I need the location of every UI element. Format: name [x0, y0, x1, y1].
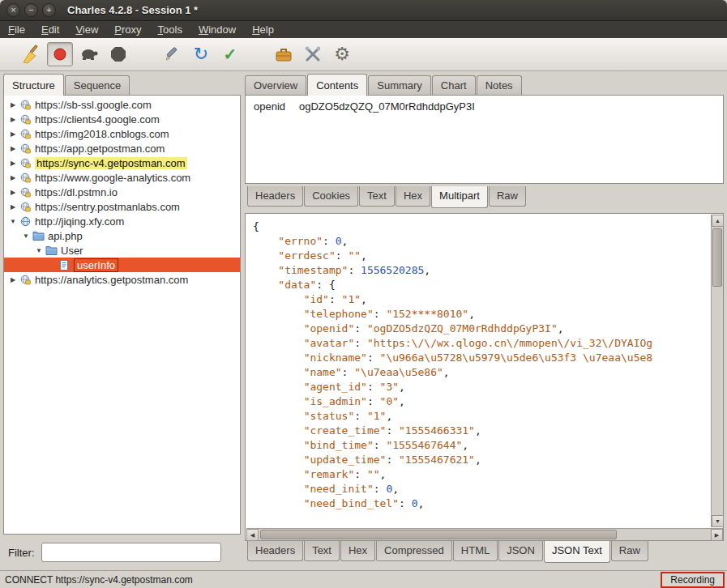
- menu-file[interactable]: File: [0, 22, 33, 37]
- expand-icon[interactable]: ▶: [7, 189, 19, 196]
- vertical-scroll-thumb[interactable]: [712, 228, 722, 287]
- folder-icon: [32, 231, 45, 241]
- request-tab-headers[interactable]: Headers: [247, 186, 303, 207]
- json-line: "is_admin": "0",: [253, 394, 703, 409]
- validate-icon[interactable]: ✓: [217, 42, 243, 66]
- tree-item-label: https://analytics.getpostman.com: [35, 274, 188, 286]
- request-body-view: openidogDZO5dzQZQ_07M0rRdhddpGyP3I: [245, 95, 724, 184]
- tree-item-https-sentry-postmanlabs-com[interactable]: ▶https://sentry.postmanlabs.com: [4, 199, 240, 214]
- content-tab-contents[interactable]: Contents: [307, 74, 367, 96]
- repeat-icon[interactable]: ↻: [188, 42, 214, 66]
- scroll-right-button[interactable]: ▶: [711, 529, 723, 541]
- tree-item-label: api.php: [48, 230, 83, 242]
- collapse-icon[interactable]: ▼: [7, 218, 19, 225]
- expand-icon[interactable]: ▶: [7, 130, 19, 138]
- response-tab-compressed[interactable]: Compressed: [376, 541, 452, 561]
- maximize-button[interactable]: +: [42, 3, 56, 17]
- expand-icon[interactable]: ▶: [7, 116, 19, 123]
- tools-icon[interactable]: [271, 42, 297, 66]
- vertical-scroll-track[interactable]: [712, 227, 723, 515]
- menu-help[interactable]: Help: [244, 22, 282, 37]
- response-tab-html[interactable]: HTML: [453, 541, 498, 561]
- breakpoints-icon[interactable]: [105, 42, 131, 66]
- titlebar: ×−+ Charles 4.2.8 - Session 1 *: [0, 0, 727, 21]
- tree-item-https-sync-v4-getpostman-com[interactable]: ▶https://sync-v4.getpostman.com: [4, 156, 240, 170]
- tree-item-https-img2018-cnblogs-com[interactable]: ▶https://img2018.cnblogs.com: [4, 126, 240, 141]
- arrow-left-icon: ◀: [250, 532, 254, 538]
- menu-window[interactable]: Window: [190, 22, 244, 37]
- throttle-icon[interactable]: [76, 42, 102, 66]
- toolbar-group: ⚙: [271, 42, 358, 66]
- request-tab-cookies[interactable]: Cookies: [304, 186, 358, 207]
- tree-item-userinfo[interactable]: userInfo: [4, 258, 240, 272]
- response-tab-headers[interactable]: Headers: [247, 541, 303, 561]
- sidebar-tab-structure[interactable]: Structure: [3, 74, 64, 96]
- response-tab-json-text[interactable]: JSON Text: [544, 541, 610, 563]
- status-text: CONNECT https://sync-v4.getpostman.com: [5, 574, 193, 586]
- horizontal-scroll-track[interactable]: [259, 529, 711, 540]
- content-tab-overview[interactable]: Overview: [245, 75, 306, 96]
- json-line: "need_bind_tel": 0,: [253, 496, 703, 511]
- menu-tools[interactable]: Tools: [150, 22, 190, 37]
- horizontal-scrollbar[interactable]: ◀ ▶: [246, 528, 723, 540]
- settings-icon[interactable]: ⚙: [329, 42, 355, 66]
- filter-label: Filter:: [8, 547, 35, 559]
- minimize-button[interactable]: −: [24, 3, 38, 17]
- secure-site-icon: [19, 114, 32, 125]
- close-button[interactable]: ×: [6, 3, 20, 17]
- request-tab-raw[interactable]: Raw: [489, 186, 526, 207]
- response-tab-json[interactable]: JSON: [498, 541, 543, 561]
- tree-item-label: https://clients4.google.com: [35, 113, 160, 126]
- tree-item-https-www-google-analytics-com[interactable]: ▶https://www.google-analytics.com: [4, 170, 240, 185]
- secure-site-icon: [19, 158, 32, 168]
- statusbar: CONNECT https://sync-v4.getpostman.com R…: [0, 570, 727, 588]
- response-tab-hex[interactable]: Hex: [340, 541, 375, 561]
- expand-icon[interactable]: ▶: [7, 203, 19, 211]
- content-tab-notes[interactable]: Notes: [477, 75, 522, 96]
- sidebar-tab-sequence[interactable]: Sequence: [65, 75, 130, 96]
- response-tabs: HeadersTextHexCompressedHTMLJSONJSON Tex…: [245, 541, 724, 565]
- expand-icon[interactable]: ▶: [7, 276, 19, 283]
- expand-icon[interactable]: ▶: [7, 145, 19, 152]
- filter-input[interactable]: [41, 543, 221, 562]
- content-tab-chart[interactable]: Chart: [432, 75, 476, 96]
- collapse-icon[interactable]: ▼: [20, 232, 32, 240]
- vertical-scrollbar[interactable]: ▲ ▼: [711, 215, 723, 527]
- request-tab-text[interactable]: Text: [359, 186, 395, 207]
- content-tab-summary[interactable]: Summary: [368, 75, 431, 96]
- horizontal-scroll-thumb[interactable]: [260, 530, 617, 539]
- json-line: "timestamp": 1556520285,: [253, 263, 703, 278]
- secure-site-icon: [19, 202, 32, 212]
- tree-item-https-app-getpostman-com[interactable]: ▶https://app.getpostman.com: [4, 141, 240, 156]
- tree-item-https-sb-ssl-google-com[interactable]: ▶https://sb-ssl.google.com: [4, 97, 240, 112]
- tree-item-http-jiqing-xfy-com[interactable]: ▼http://jiqing.xfy.com: [4, 214, 240, 228]
- compose-icon[interactable]: [159, 42, 185, 66]
- expand-icon[interactable]: ▶: [7, 101, 19, 109]
- clear-session-icon[interactable]: [18, 42, 44, 66]
- tree-item-https-analytics-getpostman-com[interactable]: ▶https://analytics.getpostman.com: [4, 272, 240, 287]
- expand-icon[interactable]: ▶: [7, 160, 19, 167]
- tree-item-api-php[interactable]: ▼api.php: [4, 228, 240, 243]
- menu-edit[interactable]: Edit: [33, 22, 67, 37]
- collapse-icon[interactable]: ▼: [33, 247, 45, 254]
- scroll-left-button[interactable]: ◀: [246, 529, 259, 541]
- request-tab-multipart[interactable]: Multipart: [431, 186, 488, 208]
- scroll-down-button[interactable]: ▼: [712, 515, 724, 527]
- arrow-down-icon: ▼: [715, 518, 721, 524]
- request-tab-hex[interactable]: Hex: [396, 186, 430, 207]
- menu-proxy[interactable]: Proxy: [106, 22, 149, 37]
- tree-item-label: https://www.google-analytics.com: [35, 172, 190, 184]
- tree-item-https-dl-pstmn-io[interactable]: ▶https://dl.pstmn.io: [4, 185, 240, 199]
- tree-item-https-clients4-google-com[interactable]: ▶https://clients4.google.com: [4, 112, 240, 126]
- proxy-settings-icon[interactable]: [300, 42, 326, 66]
- json-line: {: [253, 219, 703, 234]
- scroll-up-button[interactable]: ▲: [712, 215, 724, 227]
- json-line: "avatar": "https:\/\/wx.qlogo.cn\/mmopen…: [253, 336, 703, 351]
- expand-icon[interactable]: ▶: [7, 174, 19, 181]
- response-tab-text[interactable]: Text: [304, 541, 340, 561]
- tree-item-user[interactable]: ▼User: [4, 243, 240, 258]
- response-tab-raw[interactable]: Raw: [611, 541, 648, 561]
- menu-view[interactable]: View: [67, 22, 106, 37]
- json-line: "remark": "",: [253, 467, 703, 482]
- record-icon[interactable]: [47, 42, 73, 66]
